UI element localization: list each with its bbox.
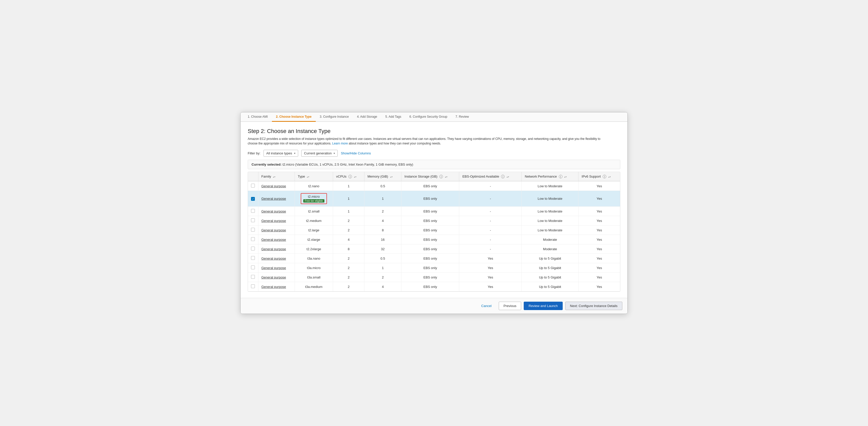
row-type[interactable]: t3a.nano bbox=[294, 254, 333, 263]
row-type[interactable]: t2.large bbox=[294, 226, 333, 235]
row-memory: 8 bbox=[365, 226, 401, 235]
tab-add-storage[interactable]: 4. Add Storage bbox=[353, 112, 381, 122]
row-type[interactable]: t2.small bbox=[294, 207, 333, 216]
tab-configure-instance[interactable]: 3. Configure Instance bbox=[316, 112, 353, 122]
row-checkbox[interactable] bbox=[251, 275, 255, 279]
learn-more-link[interactable]: Learn more bbox=[332, 142, 348, 145]
row-ebs: - bbox=[459, 181, 522, 191]
row-vcpus: 1 bbox=[333, 191, 365, 207]
filter-bar: Filter by: All instance types ▾ Current … bbox=[248, 150, 620, 157]
th-memory[interactable]: Memory (GiB) ▴▾ bbox=[365, 172, 401, 182]
th-network[interactable]: Network Performance i ▴▾ bbox=[522, 172, 579, 182]
row-type[interactable]: t3a.medium bbox=[294, 282, 333, 292]
th-ipv6[interactable]: IPv6 Support i ▴▾ bbox=[579, 172, 620, 182]
row-ipv6: Yes bbox=[579, 226, 620, 235]
next-button[interactable]: Next: Configure Instance Details bbox=[565, 302, 622, 310]
row-vcpus: 2 bbox=[333, 226, 365, 235]
row-checkbox[interactable] bbox=[251, 256, 255, 260]
row-checkbox[interactable] bbox=[251, 265, 255, 269]
cancel-button[interactable]: Cancel bbox=[476, 302, 496, 310]
row-vcpus: 8 bbox=[333, 244, 365, 254]
generation-filter[interactable]: Current generation ▾ bbox=[301, 150, 338, 157]
th-storage[interactable]: Instance Storage (GB) i ▴▾ bbox=[401, 172, 459, 182]
table-row[interactable]: General purposet3a.medium24EBS onlyYesUp… bbox=[248, 282, 620, 292]
row-checkbox[interactable] bbox=[251, 247, 255, 251]
row-checkbox[interactable] bbox=[251, 237, 255, 241]
row-type[interactable]: t2.nano bbox=[294, 181, 333, 191]
row-vcpus: 1 bbox=[333, 207, 365, 216]
tab-review[interactable]: 7. Review bbox=[451, 112, 473, 122]
info-icon-storage[interactable]: i bbox=[439, 175, 443, 178]
table-row[interactable]: General purposet3a.nano20.5EBS onlyYesUp… bbox=[248, 254, 620, 263]
th-type[interactable]: Type ▴▾ bbox=[294, 172, 333, 182]
instance-type-table-container[interactable]: Family ▴▾ Type ▴▾ vCPUs i ▴▾ Memory (GiB… bbox=[248, 172, 620, 292]
row-ipv6: Yes bbox=[579, 216, 620, 226]
show-hide-columns-link[interactable]: Show/Hide Columns bbox=[341, 151, 371, 155]
info-icon-vcpus[interactable]: i bbox=[348, 175, 352, 178]
tab-choose-ami[interactable]: 1. Choose AMI bbox=[244, 112, 272, 122]
th-check bbox=[248, 172, 258, 182]
th-family[interactable]: Family ▴▾ bbox=[258, 172, 294, 182]
row-checkbox[interactable] bbox=[251, 228, 255, 232]
row-network: Up to 5 Gigabit bbox=[522, 282, 579, 292]
table-row[interactable]: General purposet2.microFree tier eligibl… bbox=[248, 191, 620, 207]
row-ebs: - bbox=[459, 235, 522, 244]
row-checkbox[interactable] bbox=[251, 197, 255, 201]
desc-suffix: about instance types and how they can me… bbox=[349, 142, 441, 145]
table-row[interactable]: General purposet2.2xlarge832EBS only-Mod… bbox=[248, 244, 620, 254]
row-storage: EBS only bbox=[401, 235, 459, 244]
row-ebs: Yes bbox=[459, 263, 522, 273]
row-type[interactable]: t2.microFree tier eligible bbox=[294, 191, 333, 207]
table-row[interactable]: General purposet2.xlarge416EBS only-Mode… bbox=[248, 235, 620, 244]
row-storage: EBS only bbox=[401, 254, 459, 263]
row-family: General purpose bbox=[258, 282, 294, 292]
row-network: Moderate bbox=[522, 244, 579, 254]
row-network: Low to Moderate bbox=[522, 191, 579, 207]
previous-button[interactable]: Previous bbox=[499, 302, 521, 310]
info-icon-ipv6[interactable]: i bbox=[603, 175, 606, 178]
row-checkbox[interactable] bbox=[251, 184, 255, 188]
row-family: General purpose bbox=[258, 191, 294, 207]
th-ebs[interactable]: EBS-Optimized Available i ▴▾ bbox=[459, 172, 522, 182]
th-vcpus[interactable]: vCPUs i ▴▾ bbox=[333, 172, 365, 182]
row-checkbox[interactable] bbox=[251, 284, 255, 288]
row-checkbox-cell bbox=[248, 181, 258, 191]
table-row[interactable]: General purposet3a.micro21EBS onlyYesUp … bbox=[248, 263, 620, 273]
row-network: Low to Moderate bbox=[522, 226, 579, 235]
tab-configure-security-group[interactable]: 6. Configure Security Group bbox=[405, 112, 452, 122]
table-row[interactable]: General purposet2.medium24EBS only-Low t… bbox=[248, 216, 620, 226]
row-type[interactable]: t2.xlarge bbox=[294, 235, 333, 244]
table-row[interactable]: General purposet2.large28EBS only-Low to… bbox=[248, 226, 620, 235]
row-memory: 1 bbox=[365, 191, 401, 207]
chevron-down-icon-2: ▾ bbox=[334, 152, 335, 155]
row-type[interactable]: t2.2xlarge bbox=[294, 244, 333, 254]
row-ipv6: Yes bbox=[579, 181, 620, 191]
table-row[interactable]: General purposet2.small12EBS only-Low to… bbox=[248, 207, 620, 216]
review-and-launch-button[interactable]: Review and Launch bbox=[524, 302, 562, 310]
info-icon-ebs[interactable]: i bbox=[501, 175, 504, 178]
row-ebs: Yes bbox=[459, 254, 522, 263]
row-type[interactable]: t3a.small bbox=[294, 273, 333, 282]
row-checkbox-cell bbox=[248, 244, 258, 254]
row-memory: 0.5 bbox=[365, 254, 401, 263]
table-row[interactable]: General purposet2.nano10.5EBS only-Low t… bbox=[248, 181, 620, 191]
row-family: General purpose bbox=[258, 254, 294, 263]
row-ipv6: Yes bbox=[579, 207, 620, 216]
row-type[interactable]: t3a.micro bbox=[294, 263, 333, 273]
row-checkbox[interactable] bbox=[251, 209, 255, 213]
info-icon-network[interactable]: i bbox=[559, 175, 562, 178]
instance-type-filter-label: All instance types bbox=[266, 151, 292, 155]
row-type[interactable]: t2.medium bbox=[294, 216, 333, 226]
row-memory: 1 bbox=[365, 263, 401, 273]
instance-type-table: Family ▴▾ Type ▴▾ vCPUs i ▴▾ Memory (GiB… bbox=[248, 172, 620, 292]
row-checkbox[interactable] bbox=[251, 218, 255, 222]
row-network: Up to 5 Gigabit bbox=[522, 263, 579, 273]
instance-type-filter[interactable]: All instance types ▾ bbox=[264, 150, 298, 157]
tab-add-tags[interactable]: 5. Add Tags bbox=[381, 112, 405, 122]
row-storage: EBS only bbox=[401, 216, 459, 226]
row-memory: 4 bbox=[365, 216, 401, 226]
tab-choose-instance-type[interactable]: 2. Choose Instance Type bbox=[272, 112, 316, 122]
row-storage: EBS only bbox=[401, 191, 459, 207]
row-ipv6: Yes bbox=[579, 273, 620, 282]
table-row[interactable]: General purposet3a.small22EBS onlyYesUp … bbox=[248, 273, 620, 282]
